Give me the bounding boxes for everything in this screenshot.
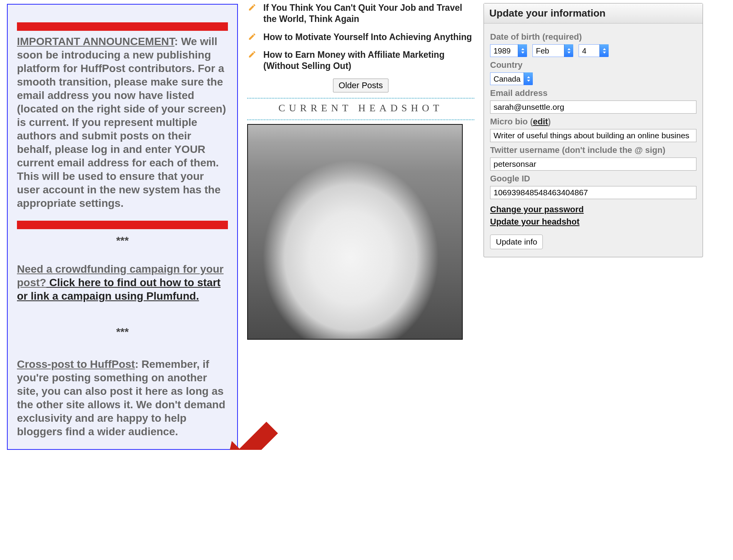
pencil-icon <box>248 3 256 14</box>
crowdfunding-link[interactable]: Click here to find out how to start or l… <box>17 277 221 302</box>
dob-day-select[interactable]: 4 <box>579 44 609 57</box>
dob-month-select[interactable]: Feb <box>532 44 573 57</box>
country-label: Country <box>490 60 696 70</box>
email-field[interactable] <box>490 101 696 114</box>
red-divider <box>17 221 228 229</box>
crosspost-heading: Cross-post to HuffPost <box>17 358 135 370</box>
pencil-icon <box>248 50 256 61</box>
older-posts-button[interactable]: Older Posts <box>333 79 389 92</box>
dotted-divider <box>247 98 474 99</box>
change-password-link[interactable]: Change your password <box>490 205 696 215</box>
post-title: How to Earn Money with Affiliate Marketi… <box>263 50 445 71</box>
twitter-label: Twitter username (don't include the @ si… <box>490 145 696 155</box>
post-title: How to Motivate Yourself Into Achieving … <box>263 32 472 42</box>
announcement-body: : We will soon be introducing a new publ… <box>17 35 226 209</box>
announcement-heading: IMPORTANT ANNOUNCEMENT <box>17 35 174 47</box>
update-info-panel: Update your information Date of birth (r… <box>484 3 703 257</box>
divider-stars: *** <box>17 235 228 247</box>
post-title: If You Think You Can't Quit Your Job and… <box>263 3 462 24</box>
headshot-section-title: CURRENT HEADSHOT <box>247 102 474 114</box>
country-select[interactable]: Canada <box>490 72 533 85</box>
headshot-image <box>247 124 463 340</box>
microbio-field[interactable] <box>490 129 696 142</box>
dob-label: Date of birth (required) <box>490 32 696 42</box>
announcement-panel: IMPORTANT ANNOUNCEMENT: We will soon be … <box>7 4 238 450</box>
twitter-field[interactable] <box>490 158 696 171</box>
post-item[interactable]: If You Think You Can't Quit Your Job and… <box>247 2 474 32</box>
update-info-button[interactable]: Update info <box>490 235 543 249</box>
dotted-divider <box>247 119 474 120</box>
svg-marker-0 <box>232 422 278 450</box>
divider-stars: *** <box>17 326 228 338</box>
crowdfunding-block: Need a crowdfunding campaign for your po… <box>17 262 228 303</box>
post-item[interactable]: How to Motivate Yourself Into Achieving … <box>247 32 474 50</box>
post-list: If You Think You Can't Quit Your Job and… <box>247 2 474 79</box>
panel-title: Update your information <box>484 3 703 23</box>
microbio-label: Micro bio (edit) <box>490 117 696 127</box>
email-label: Email address <box>490 88 696 98</box>
post-item[interactable]: How to Earn Money with Affiliate Marketi… <box>247 49 474 79</box>
red-divider <box>17 22 228 31</box>
google-id-label: Google ID <box>490 174 696 184</box>
announcement-text: IMPORTANT ANNOUNCEMENT: We will soon be … <box>17 35 228 210</box>
crosspost-block: Cross-post to HuffPost: Remember, if you… <box>17 357 228 438</box>
pencil-icon <box>248 32 256 44</box>
google-id-field[interactable] <box>490 186 696 199</box>
posts-column: If You Think You Can't Quit Your Job and… <box>247 0 474 450</box>
microbio-edit-link[interactable]: edit <box>533 117 548 126</box>
profile-form-column: Edit your Amazon Items Update your infor… <box>484 0 703 450</box>
dob-year-select[interactable]: 1989 <box>490 44 527 57</box>
update-headshot-link[interactable]: Update your headshot <box>490 217 696 227</box>
